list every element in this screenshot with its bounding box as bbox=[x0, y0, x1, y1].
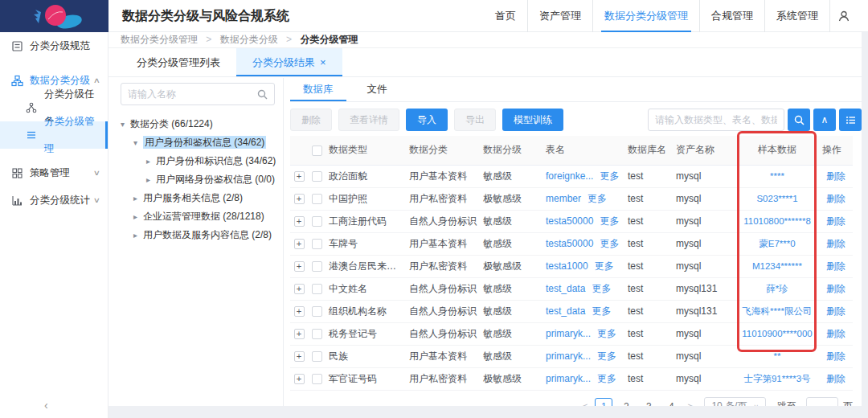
expand-row-icon[interactable]: + bbox=[294, 216, 305, 227]
row-checkbox[interactable] bbox=[312, 306, 322, 317]
more-link[interactable]: 更多 bbox=[597, 373, 616, 384]
table-name-link[interactable]: primaryk... bbox=[546, 328, 591, 339]
expand-row-icon[interactable]: + bbox=[294, 239, 305, 249]
sidebar-item-strategy-management[interactable]: 策略管理 ∨ bbox=[0, 159, 108, 186]
more-link[interactable]: 更多 bbox=[592, 305, 611, 317]
expand-row-icon[interactable]: + bbox=[294, 171, 305, 182]
view-detail-button[interactable]: 查看详情 bbox=[338, 109, 399, 131]
expand-row-icon[interactable]: + bbox=[294, 261, 305, 272]
nav-item-assets[interactable]: 资产管理 bbox=[527, 0, 592, 32]
tree-search-input[interactable] bbox=[128, 88, 257, 100]
table-name-link[interactable]: testa1000 bbox=[546, 260, 588, 272]
delete-row-link[interactable]: 删除 bbox=[826, 238, 845, 249]
table-name-link[interactable]: test_data bbox=[546, 283, 585, 294]
page-number-1[interactable]: 1 bbox=[595, 398, 612, 407]
row-checkbox[interactable] bbox=[312, 284, 322, 294]
page-number-2[interactable]: 2 bbox=[617, 398, 635, 407]
delete-row-link[interactable]: 删除 bbox=[826, 215, 845, 227]
tree-node[interactable]: ▸用户数据及服务内容信息 (2/8) bbox=[121, 226, 275, 244]
caret-right-icon[interactable]: ▸ bbox=[146, 171, 156, 189]
next-page-icon[interactable]: > bbox=[682, 401, 698, 407]
caret-right-icon[interactable]: ▸ bbox=[146, 153, 156, 170]
tree-node[interactable]: ▸用户网络身份鉴权信息 (0/0) bbox=[121, 170, 275, 189]
delete-row-link[interactable]: 删除 bbox=[826, 305, 845, 317]
more-link[interactable]: 更多 bbox=[600, 170, 619, 182]
delete-row-link[interactable]: 删除 bbox=[826, 193, 845, 204]
expand-row-icon[interactable]: + bbox=[294, 306, 305, 317]
row-checkbox[interactable] bbox=[312, 374, 322, 384]
tree-node[interactable]: ▸用户身份和标识信息 (34/62) bbox=[121, 152, 275, 170]
delete-button[interactable]: 删除 bbox=[290, 109, 332, 131]
caret-down-icon[interactable]: ▾ bbox=[121, 116, 130, 133]
prev-page-icon[interactable]: < bbox=[577, 401, 592, 407]
tree-node-selected[interactable]: ▾用户身份和鉴权信息 (34/62) bbox=[121, 133, 275, 152]
page-number-3[interactable]: 3 bbox=[640, 398, 657, 407]
expand-row-icon[interactable]: + bbox=[294, 194, 305, 204]
delete-row-link[interactable]: 删除 bbox=[826, 328, 845, 339]
tree-node[interactable]: ▾数据分类 (66/1224) bbox=[121, 115, 275, 133]
page-size-select[interactable]: 10 条/页∨ bbox=[704, 397, 766, 407]
search-icon[interactable] bbox=[257, 89, 268, 100]
delete-row-link[interactable]: 删除 bbox=[826, 170, 845, 182]
more-link[interactable]: 更多 bbox=[600, 238, 619, 249]
nav-item-home[interactable]: 首页 bbox=[484, 0, 527, 32]
tab-classification-result[interactable]: 分类分级结果× bbox=[236, 48, 342, 76]
tab-file[interactable]: 文件 bbox=[354, 78, 400, 101]
model-training-button[interactable]: 模型训练 bbox=[502, 109, 563, 131]
search-button[interactable] bbox=[788, 109, 810, 131]
sidebar-item-classification-spec[interactable]: 分类分级规范 bbox=[0, 32, 108, 59]
caret-right-icon[interactable]: ▸ bbox=[133, 190, 143, 207]
delete-row-link[interactable]: 删除 bbox=[826, 350, 845, 362]
table-search-input[interactable] bbox=[648, 109, 784, 131]
tab-database[interactable]: 数据库 bbox=[290, 78, 346, 101]
row-checkbox[interactable] bbox=[312, 216, 322, 227]
row-checkbox[interactable] bbox=[312, 351, 322, 362]
delete-row-link[interactable]: 删除 bbox=[826, 283, 845, 294]
expand-row-icon[interactable]: + bbox=[294, 284, 305, 294]
caret-down-icon[interactable]: ▾ bbox=[133, 134, 143, 152]
jump-page-input[interactable] bbox=[806, 397, 838, 407]
close-icon[interactable]: × bbox=[320, 56, 326, 68]
tab-management-list[interactable]: 分类分级管理列表 bbox=[121, 48, 236, 76]
tree-node[interactable]: ▸用户服务相关信息 (2/8) bbox=[121, 189, 275, 207]
delete-row-link[interactable]: 删除 bbox=[826, 260, 845, 272]
tree-node[interactable]: ▸企业运营管理数据 (28/1218) bbox=[121, 207, 275, 226]
sidebar-item-classification-statistics[interactable]: 分类分级统计 ∨ bbox=[0, 186, 108, 214]
table-name-link[interactable]: testa50000 bbox=[546, 238, 593, 249]
user-icon[interactable] bbox=[829, 0, 857, 32]
row-checkbox[interactable] bbox=[312, 261, 322, 272]
more-link[interactable]: 更多 bbox=[592, 283, 611, 294]
more-link[interactable]: 更多 bbox=[595, 260, 614, 272]
expand-row-icon[interactable]: + bbox=[294, 374, 305, 384]
nav-item-data-classification[interactable]: 数据分类分级管理 bbox=[592, 0, 699, 32]
expand-row-icon[interactable]: + bbox=[294, 351, 305, 362]
table-name-link[interactable]: primaryk... bbox=[546, 373, 591, 384]
more-link[interactable]: 更多 bbox=[588, 193, 607, 204]
sidebar-item-classification-management[interactable]: 分类分级管理 bbox=[0, 121, 108, 149]
row-checkbox[interactable] bbox=[312, 194, 322, 204]
caret-right-icon[interactable]: ▸ bbox=[133, 208, 143, 226]
page-number-4[interactable]: 4 bbox=[662, 398, 680, 407]
more-link[interactable]: 更多 bbox=[597, 350, 616, 362]
more-link[interactable]: 更多 bbox=[600, 215, 619, 227]
table-name-link[interactable]: primaryk... bbox=[546, 350, 591, 362]
nav-item-system[interactable]: 系统管理 bbox=[764, 0, 829, 32]
import-button[interactable]: 导入 bbox=[406, 109, 448, 131]
breadcrumb-item[interactable]: 数据分类分级管理 bbox=[121, 34, 198, 45]
table-name-link[interactable]: member bbox=[546, 193, 581, 204]
breadcrumb-item[interactable]: 数据分类分级 bbox=[220, 34, 278, 45]
table-name-link[interactable]: foreignke... bbox=[546, 170, 593, 182]
export-button[interactable]: 导出 bbox=[454, 109, 496, 131]
nav-item-compliance[interactable]: 合规管理 bbox=[699, 0, 764, 32]
row-checkbox[interactable] bbox=[312, 171, 322, 182]
caret-right-icon[interactable]: ▸ bbox=[133, 227, 143, 244]
delete-row-link[interactable]: 删除 bbox=[826, 373, 845, 384]
expand-row-icon[interactable]: + bbox=[294, 329, 305, 339]
sidebar-collapse-button[interactable]: ‹ bbox=[36, 397, 56, 413]
row-checkbox[interactable] bbox=[312, 239, 322, 249]
collapse-search-button[interactable]: ∧ bbox=[813, 109, 836, 131]
select-all-checkbox[interactable] bbox=[312, 145, 322, 156]
row-checkbox[interactable] bbox=[312, 329, 322, 339]
more-link[interactable]: 更多 bbox=[597, 328, 616, 339]
table-name-link[interactable]: testa50000 bbox=[546, 215, 593, 227]
